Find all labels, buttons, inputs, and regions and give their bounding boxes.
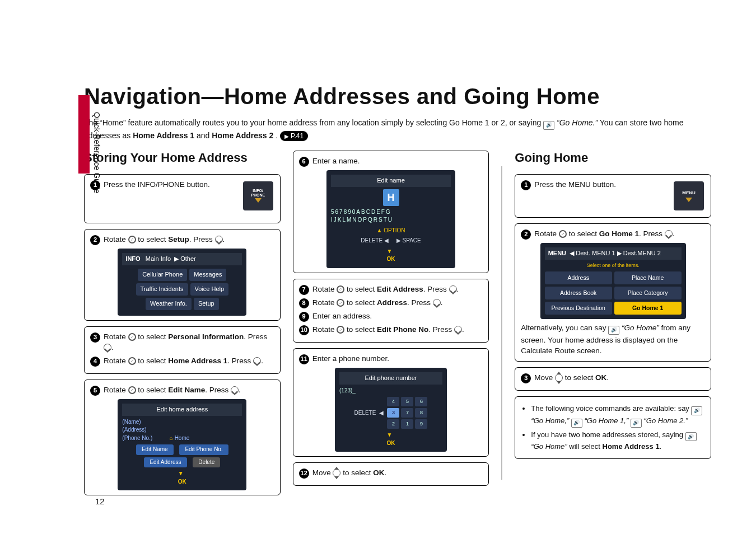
rotate-icon [337, 285, 344, 293]
rotate-icon [337, 326, 344, 334]
voice-icon [691, 406, 702, 415]
going-num-1: 1 [521, 180, 531, 190]
edit-name-screen: Edit name H 567890ABCDEFG IJKLMNOPQRSTU … [326, 170, 455, 268]
press-icon [665, 230, 673, 238]
step-num-8: 8 [299, 298, 309, 308]
intro-addr1: Home Address 1 [133, 131, 194, 140]
step-1: 1 Press the INFO/PHONE button. [84, 174, 281, 223]
tile-messages: Messages [189, 269, 226, 281]
press-icon [104, 344, 111, 352]
voice-icon [571, 419, 582, 428]
going-step-2: 2 Rotate to select Go Home 1. Press . ME… [515, 223, 711, 362]
step-7-10: 7 Rotate to select Edit Address. Press .… [293, 279, 489, 343]
step-2: 2 Rotate to select Setup. Press . INFO M… [84, 229, 281, 321]
info-phone-button-icon [243, 181, 273, 210]
step-num-2: 2 [90, 235, 100, 245]
press-icon [449, 285, 457, 293]
page-number: 12 [95, 496, 105, 506]
edit-name-btn: Edit Name [136, 444, 174, 455]
intro-text: The “Home” feature automatically routes … [84, 118, 543, 127]
step-5: 5 Rotate to select Edit Name. Press . Ed… [84, 380, 281, 495]
step-num-11: 11 [299, 354, 309, 364]
column-divider [501, 166, 502, 480]
input-letter: H [383, 189, 399, 206]
rotate-icon [128, 333, 136, 341]
step-num-9: 9 [299, 312, 309, 322]
step-12: 12 Move to select OK. [293, 462, 489, 486]
step-num-6: 6 [299, 157, 309, 167]
tile-place-name: Place Name [614, 271, 682, 284]
press-icon [215, 236, 223, 243]
press-icon [433, 299, 441, 307]
voice-icon [543, 121, 554, 130]
going-heading: Going Home [515, 151, 711, 165]
move-icon [333, 469, 340, 477]
edit-address-btn: Edit Address [144, 457, 186, 468]
rotate-icon [128, 386, 136, 394]
move-icon [555, 374, 563, 382]
page-title: Navigation—Home Addresses and Going Home [84, 84, 711, 109]
intro-paragraph: The “Home” feature automatically routes … [84, 117, 700, 142]
going-step-3: 3 Move to select OK. [515, 367, 711, 391]
delete-btn: Delete [193, 457, 220, 468]
step-11: 11 Enter a phone number. Edit phone numb… [293, 348, 489, 457]
step-3-4: 3 Rotate to select Personal Information.… [84, 326, 281, 374]
voice-icon [631, 419, 642, 428]
edit-phone-screen: Edit phone number (123)_ DELETE◀ 456 378… [335, 368, 447, 452]
info-screen: INFO Main Info ▶ Other Cellular Phone Me… [118, 249, 246, 316]
press-icon [253, 357, 261, 365]
voice-notes: The following voice commands are availab… [515, 396, 711, 459]
tile-address-book: Address Book [545, 287, 612, 299]
step-num-7: 7 [299, 285, 309, 295]
tile-place-category: Place Category [614, 287, 682, 299]
step-num-12: 12 [299, 469, 309, 479]
tile-traffic: Traffic Incidents [136, 283, 188, 296]
step-num-3: 3 [90, 332, 100, 343]
sidebar-tab [78, 95, 90, 174]
intro-voice-cmd: “Go Home.” [557, 118, 598, 127]
menu-button-icon [674, 181, 704, 210]
tile-address: Address [545, 271, 612, 284]
going-num-3: 3 [521, 373, 531, 383]
step-num-5: 5 [90, 386, 100, 396]
step-num-1: 1 [90, 180, 100, 190]
going-step-1: 1 Press the MENU button. [515, 174, 711, 218]
tile-go-home-1: Go Home 1 [614, 302, 682, 315]
tile-weather: Weather Info. [146, 298, 192, 310]
going-num-2: 2 [521, 229, 531, 240]
edit-home-address-screen: Edit home address (Name) (Address) (Phon… [118, 399, 246, 490]
step-6: 6 Enter a name. Edit name H 567890ABCDEF… [293, 151, 489, 273]
rotate-icon [128, 236, 136, 243]
tile-prev-dest: Previous Destination [545, 302, 612, 315]
tile-setup: Setup [194, 298, 219, 310]
intro-and: and [197, 131, 212, 140]
voice-icon [685, 432, 697, 441]
rotate-icon [337, 299, 344, 307]
storing-heading: Storing Your Home Address [84, 151, 281, 165]
keypad: 456 378 219 [387, 397, 427, 429]
step1-text: Press the INFO/PHONE button. [104, 179, 210, 190]
intro-period: . [276, 131, 280, 140]
intro-addr2: Home Address 2 [212, 131, 273, 140]
edit-phone-btn: Edit Phone No. [179, 444, 228, 455]
page-ref-link[interactable]: P.41 [280, 131, 308, 141]
step-num-4: 4 [90, 357, 100, 367]
step-num-10: 10 [299, 325, 309, 335]
rotate-icon [559, 230, 567, 238]
tile-voice-help: Voice Help [190, 283, 229, 296]
press-icon [454, 326, 462, 334]
dest-menu-screen: MENU ◀ Dest. MENU 1 ▶ Dest.MENU 2 Select… [540, 243, 686, 320]
voice-icon [608, 326, 619, 335]
tile-cellular-phone: Cellular Phone [138, 269, 187, 281]
rotate-icon [128, 357, 136, 365]
press-icon [231, 386, 239, 394]
